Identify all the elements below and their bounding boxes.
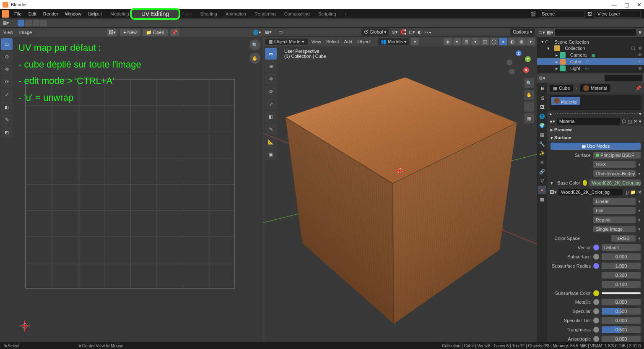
ssr-x-slider[interactable]: 1.000 xyxy=(602,263,641,269)
scene-browse-icon[interactable]: 🎬 xyxy=(530,11,536,17)
vector-dropdown[interactable]: Default xyxy=(602,244,641,251)
pan-icon[interactable]: ✋ xyxy=(249,53,260,64)
vp-tool-addcube[interactable]: ▣ xyxy=(265,148,277,160)
tab-rendering[interactable]: Rendering xyxy=(250,10,280,17)
vp-tool-select[interactable]: ▭ xyxy=(265,48,277,60)
vp-pan-icon[interactable]: ✋ xyxy=(524,90,534,100)
outliner-filter-icon[interactable]: ▼ xyxy=(638,30,642,35)
prop-edit-icon[interactable]: ◐ xyxy=(418,29,422,35)
image-open-icon[interactable]: 📁 xyxy=(630,190,636,195)
vp-menu-view[interactable]: View xyxy=(309,39,323,44)
collection-vis-icon[interactable]: ▾ xyxy=(411,38,419,45)
tab-shading[interactable]: Shading xyxy=(196,10,221,17)
tab-render-icon[interactable]: 🖥 xyxy=(538,84,546,93)
restrict-view-icon[interactable]: 👁 xyxy=(638,46,642,51)
tab-modeling[interactable]: Modeling xyxy=(106,10,133,17)
tab-modifier-icon[interactable]: 🔧 xyxy=(538,140,546,148)
zoom-icon[interactable]: 🔍 xyxy=(249,39,260,50)
image-browse-icon[interactable]: 🖼▾ xyxy=(107,29,117,36)
distribution-dropdown[interactable]: GGX xyxy=(593,161,636,168)
outliner-scene[interactable]: ▾ 🗀 Scene Collection xyxy=(537,39,644,45)
image-open-button[interactable]: 📁 Open xyxy=(143,29,168,36)
overlay-dd-icon[interactable]: ▾ xyxy=(471,38,480,45)
basecolor-texture-link[interactable]: Wood026_2K_Color.jpg xyxy=(589,180,641,186)
vp-menu-add[interactable]: Add xyxy=(343,39,354,44)
outliner-collection[interactable]: ▾ Collection ☐👁 xyxy=(537,45,644,52)
viewlayer-browse-icon[interactable]: 🖼 xyxy=(587,11,592,16)
vp-tool-rotate[interactable]: ⟳ xyxy=(265,86,277,97)
uv-editor-canvas[interactable]: ▭ ⊕ ✥ ⟳ ⤢ ◧ ✎ ◩ UV map par défaut : - cu… xyxy=(0,37,263,342)
aniso-slider[interactable]: 0.000 xyxy=(602,336,641,342)
image-name-field[interactable]: Wood026_2K_Color.jpg xyxy=(558,189,623,195)
vp-select-tool-icon[interactable]: ▭ xyxy=(278,29,283,35)
scene-name-field[interactable]: Scene xyxy=(539,10,585,18)
sss-method-dropdown[interactable]: Christensen-Burley xyxy=(593,170,636,177)
pivot-icon[interactable]: ⊙▾ xyxy=(392,29,398,35)
nav-gizmo[interactable]: Z Y X xyxy=(506,50,531,75)
basecolor-socket-icon[interactable] xyxy=(583,180,587,186)
filter-dropdown[interactable]: 👥 Models ▾ xyxy=(378,38,409,45)
tab-scripting[interactable]: Scripting xyxy=(314,10,340,17)
shade-wire-icon[interactable]: ◯ xyxy=(490,38,498,45)
prop-curve-icon[interactable]: 〰▾ xyxy=(424,30,431,35)
uv-selmode-icons[interactable] xyxy=(18,20,47,26)
tab-compositing[interactable]: Compositing xyxy=(280,10,314,17)
roughness-slider[interactable]: 0.500 xyxy=(602,326,641,333)
ssr-y-slider[interactable]: 0.200 xyxy=(602,272,641,279)
window-close[interactable]: ✕ xyxy=(637,2,641,8)
vector-socket-icon[interactable] xyxy=(593,245,599,250)
specular-slider[interactable]: 0.500 xyxy=(602,308,641,315)
shade-solid-icon[interactable]: ● xyxy=(499,38,507,45)
menu-render[interactable]: Render xyxy=(40,10,62,17)
vp-menu-object[interactable]: Object xyxy=(356,39,372,44)
outliner-item-light[interactable]: ▸ Light ☉ 👁 xyxy=(537,65,644,72)
vp-zoom-icon[interactable]: 🔍 xyxy=(524,78,534,88)
vp-tool-transform[interactable]: ◧ xyxy=(265,111,277,122)
vp-tool-annotate[interactable]: ✎ xyxy=(265,123,277,135)
vp-persp-icon[interactable]: ▦ xyxy=(524,113,534,123)
tool-move[interactable]: ✥ xyxy=(1,63,13,75)
interp-dropdown[interactable]: Linear xyxy=(593,198,636,205)
uv-menu-image[interactable]: Image xyxy=(18,30,34,35)
blender-logo-icon[interactable] xyxy=(2,10,9,18)
shade-matprev-icon[interactable]: ◐ xyxy=(508,38,517,45)
tab-object-icon[interactable]: ▦ xyxy=(538,130,546,139)
tab-physics-icon[interactable]: ⚛ xyxy=(538,158,546,167)
menu-edit[interactable]: Edit xyxy=(25,10,40,17)
uv-menu-view[interactable]: View xyxy=(2,30,15,35)
tool-annotate[interactable]: ✎ xyxy=(1,114,13,125)
vp-tool-cursor[interactable]: ⊕ xyxy=(265,60,277,72)
vp-tool-scale[interactable]: ⤢ xyxy=(265,98,277,110)
ssr-z-slider[interactable]: 0.100 xyxy=(602,281,641,288)
overlay-toggle-icon[interactable]: ⊚ xyxy=(462,38,470,45)
menu-window[interactable]: Window xyxy=(62,10,85,17)
tab-viewlayer-icon[interactable]: 🖼 xyxy=(538,103,546,111)
image-new-button[interactable]: + New xyxy=(120,29,140,36)
material-name-field[interactable]: Material xyxy=(557,118,620,125)
snap-toggle-icon[interactable]: 🧲 xyxy=(400,29,406,35)
material-dropdown-icon[interactable]: ▾ xyxy=(639,119,641,124)
editor-type-icon[interactable]: ▦▾ xyxy=(3,20,9,26)
tab-scene-icon[interactable]: 🌐 xyxy=(538,112,546,120)
pin-panel-icon[interactable]: 📌 xyxy=(636,86,641,91)
vp-tool-move[interactable]: ✥ xyxy=(265,73,277,85)
outliner-item-camera[interactable]: ▸ Camera ▣ 👁 xyxy=(537,52,644,58)
material-slots[interactable]: Material xyxy=(550,95,641,110)
tab-texture-icon[interactable]: ▩ xyxy=(538,195,546,203)
outliner-display-icon[interactable]: ▦▾ xyxy=(547,30,553,35)
proj-dropdown[interactable]: Flat xyxy=(593,207,636,214)
section-preview[interactable]: ▸ Preview xyxy=(547,126,644,134)
tab-animation[interactable]: Animation xyxy=(221,10,250,17)
surface-shader-dropdown[interactable]: Principled BSDF xyxy=(593,152,641,159)
outliner-item-cube[interactable]: ▸ Cube ▽ 👁 xyxy=(537,58,644,65)
image-users-icon[interactable]: ◫ xyxy=(624,190,628,195)
tool-cursor[interactable]: ⊕ xyxy=(1,51,13,63)
menu-file[interactable]: File xyxy=(11,10,25,17)
colorspace-dropdown[interactable]: sRGB xyxy=(611,235,636,242)
tool-rip[interactable]: ◩ xyxy=(1,126,13,138)
gizmo-dd-icon[interactable]: ▾ xyxy=(453,38,461,45)
tab-material-icon[interactable]: ● xyxy=(538,186,546,194)
metallic-slider[interactable]: 0.000 xyxy=(602,299,641,305)
tab-particle-icon[interactable]: ✨ xyxy=(538,149,546,157)
material-users-icon[interactable]: ◫ xyxy=(628,119,632,124)
